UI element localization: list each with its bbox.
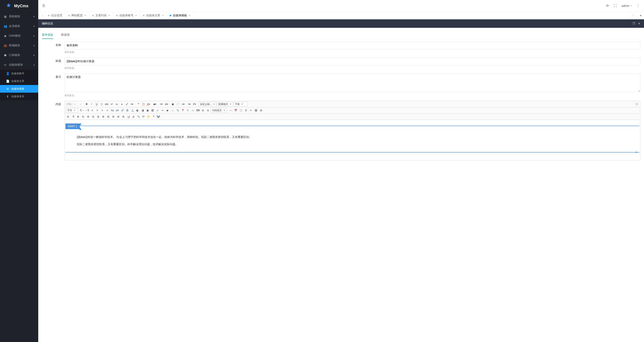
more-button[interactable]: ⋮: [636, 4, 640, 8]
tab-close-icon[interactable]: ✕: [188, 14, 190, 17]
preview-icon[interactable]: 🔍: [136, 114, 141, 119]
clear-format-icon[interactable]: ♦: [120, 102, 124, 106]
italic-icon[interactable]: I: [90, 102, 94, 106]
anchor-icon[interactable]: ⚓: [130, 108, 135, 113]
sidebar-item-cms[interactable]: ◉ CMS模块 ▾: [0, 31, 38, 41]
tab-home[interactable]: 后台首页: [45, 12, 66, 19]
drafts-icon[interactable]: 📁: [146, 114, 151, 119]
panel-close-icon[interactable]: ✕: [638, 22, 640, 25]
video-icon[interactable]: ▶: [166, 108, 170, 113]
indent-icon[interactable]: ⇥▾: [181, 102, 185, 106]
wordimage-icon[interactable]: 🖼: [254, 108, 258, 113]
blockquote-icon[interactable]: ❝: [136, 102, 141, 106]
logo[interactable]: MyCms: [0, 0, 38, 12]
strikethrough-icon[interactable]: abc: [105, 102, 109, 106]
tabs-scroll-right[interactable]: 〉: [630, 12, 637, 19]
editor-body[interactable]: PART.1 {{$date}}科技一般指科学技术。 社会上习惯于把科学和技术连…: [64, 120, 640, 160]
backcolor-icon[interactable]: ◆▾: [153, 102, 157, 106]
unordered-list-icon[interactable]: ≣▾: [164, 102, 169, 106]
dir-rtl-icon[interactable]: ←¶: [85, 108, 89, 113]
split-cols-icon[interactable]: ⊞: [121, 114, 126, 119]
select-all-icon[interactable]: ▣: [171, 102, 175, 106]
format-paint-icon[interactable]: 🖉: [125, 102, 129, 106]
tab-close-icon[interactable]: ✕: [84, 14, 86, 17]
sidebar-item-media-publish[interactable]: ⬆ 自媒体发布: [0, 93, 38, 100]
subscript-icon[interactable]: x₂: [115, 102, 119, 106]
tab-media-template[interactable]: 自媒体模板 ✕: [167, 12, 194, 19]
font-border-icon[interactable]: ▢: [100, 102, 104, 106]
fullscreen-button[interactable]: ⛶: [614, 4, 617, 8]
font-size-select[interactable]: 字号▼: [66, 108, 78, 113]
music-icon[interactable]: ♪: [170, 108, 175, 113]
uppercase-icon[interactable]: Aa: [110, 108, 114, 113]
hr-icon[interactable]: —: [228, 108, 233, 113]
bold-icon[interactable]: B: [84, 102, 89, 106]
print-icon[interactable]: 🖨: [131, 114, 136, 119]
sidebar-item-system[interactable]: ▦ 系统模块 ▾: [0, 12, 38, 21]
inner-tab-datasource[interactable]: 数据源: [61, 31, 70, 39]
align-left-icon[interactable]: ≡: [90, 108, 94, 113]
time-icon[interactable]: 🕐: [239, 108, 243, 113]
new-page-icon[interactable]: 📄: [176, 102, 180, 106]
merge-cells-icon[interactable]: ⊞: [96, 114, 100, 119]
refresh-button[interactable]: ⟳: [606, 4, 609, 8]
pagebreak-icon[interactable]: ⊟: [201, 108, 205, 113]
sidebar-item-shop[interactable]: 💼 商城模块 ▾: [0, 41, 38, 50]
help-icon[interactable]: ?: [151, 114, 156, 119]
name-input[interactable]: [64, 42, 640, 49]
merge-right-icon[interactable]: ⊞: [101, 114, 106, 119]
insert-para-before-icon[interactable]: ↑¶: [71, 114, 75, 119]
lowercase-icon[interactable]: aA: [115, 108, 120, 113]
user-menu[interactable]: admin ▾: [622, 4, 632, 8]
template-icon[interactable]: ⧉: [206, 108, 210, 113]
scrawl-icon[interactable]: ✏: [160, 108, 165, 113]
unlink-icon[interactable]: ⛓: [125, 108, 130, 113]
image-right-icon[interactable]: ◨: [140, 108, 145, 113]
sidebar-item-media-article[interactable]: 📄 自媒体文章: [0, 77, 38, 85]
tab-close-icon[interactable]: ✕: [162, 14, 164, 17]
frame-icon[interactable]: ▭: [190, 108, 195, 113]
align-justify-icon[interactable]: ≡: [105, 108, 110, 113]
sidebar-item-order[interactable]: ⬢ 订单模块 ▾: [0, 50, 38, 60]
ueditor-logo-icon[interactable]: [156, 114, 160, 119]
code-lang-select[interactable]: 代码语言▼: [211, 108, 226, 113]
forecolor-icon[interactable]: A▾: [146, 102, 151, 106]
line-spacing-icon[interactable]: ⇵▾: [192, 102, 196, 106]
tab-close-icon[interactable]: ✕: [135, 14, 137, 17]
split-cells-icon[interactable]: ⊞: [111, 114, 116, 119]
tab-site-config[interactable]: 网站配置 ✕: [66, 12, 89, 19]
snapscreen-icon[interactable]: ✂: [249, 108, 253, 113]
sidebar-item-media-template[interactable]: ⧉ 自媒体模板: [0, 85, 38, 93]
delete-row-icon[interactable]: ⊟: [81, 114, 85, 119]
dir-ltr-icon[interactable]: ¶→: [80, 108, 84, 113]
panel-maximize-icon[interactable]: ❐: [632, 22, 635, 25]
tab-media-article[interactable]: 自媒体文章 ✕: [140, 12, 167, 19]
collapse-sidebar-button[interactable]: ☰: [42, 4, 45, 8]
insert-col-icon[interactable]: ⊞: [86, 114, 90, 119]
align-center-icon[interactable]: ≡: [95, 108, 100, 113]
image-left-icon[interactable]: ◧: [135, 108, 140, 113]
sidebar-item-member[interactable]: 👥 会员模块 ▾: [0, 21, 38, 31]
tab-article-list[interactable]: 文章列表 ✕: [89, 12, 113, 19]
note-textarea[interactable]: 社保计算器: [64, 74, 640, 92]
custom-title-select[interactable]: 自定义标...▼: [199, 102, 216, 106]
attachment-icon[interactable]: 📎: [176, 108, 180, 113]
gmap-icon[interactable]: G: [186, 108, 190, 113]
underline-icon[interactable]: U: [94, 102, 99, 106]
editor-html-button[interactable]: HTML: [66, 103, 72, 106]
redo-icon[interactable]: →: [78, 102, 82, 106]
search-replace-icon[interactable]: Aᵇ: [141, 114, 146, 119]
sidebar-item-media[interactable]: ⇆ 自媒体模块 ▾: [0, 60, 38, 70]
insert-row-icon[interactable]: ⊞: [76, 114, 80, 119]
image-center-icon[interactable]: ▣: [145, 108, 150, 113]
delete-col-icon[interactable]: ⊟: [91, 114, 96, 119]
image-icon[interactable]: 🖼: [150, 108, 155, 113]
special-char-icon[interactable]: Ω: [244, 108, 248, 113]
code-icon[interactable]: ⌨: [196, 108, 200, 113]
inner-tab-basic[interactable]: 基本信息: [42, 31, 53, 39]
ordered-list-icon[interactable]: ≡▾: [159, 102, 164, 106]
paragraph-format-select[interactable]: 段落格式▼: [217, 102, 233, 106]
date-icon[interactable]: 📅: [234, 108, 238, 113]
link-icon[interactable]: 🔗: [120, 108, 124, 113]
paste-plain-icon[interactable]: 📋: [141, 102, 146, 106]
